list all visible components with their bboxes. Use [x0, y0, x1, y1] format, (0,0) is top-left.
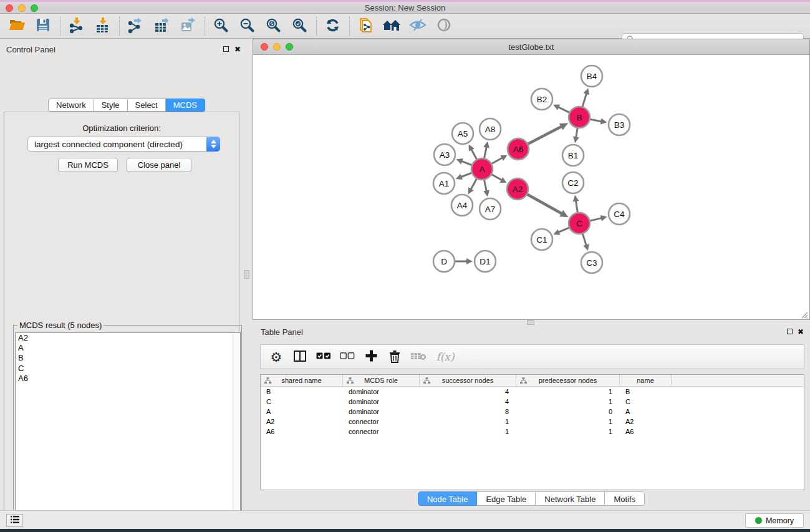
deselect-all-button[interactable]	[339, 349, 355, 365]
mcds-result-group: MCDS result (5 nodes) A2ABCA6	[13, 325, 242, 532]
edge-A6-B[interactable]	[527, 127, 561, 145]
vertical-splitter-handle[interactable]	[244, 270, 249, 279]
create-column-button[interactable]	[363, 349, 379, 365]
column-header-name[interactable]: name	[620, 375, 672, 386]
resize-corner-icon[interactable]	[801, 311, 808, 318]
table-row[interactable]: A2connector11A2	[261, 417, 804, 427]
close-table-panel-icon[interactable]: ✖	[798, 327, 804, 336]
export-image-button[interactable]	[177, 16, 198, 37]
cell-shared_name: A6	[261, 427, 343, 437]
eye-slash-icon	[409, 17, 427, 34]
memory-status-icon	[755, 517, 762, 524]
node-label-A4: A4	[457, 201, 468, 210]
edge-C-C1[interactable]	[559, 227, 571, 232]
tab-node-table[interactable]: Node Table	[418, 491, 478, 506]
memory-button[interactable]: Memory	[745, 513, 804, 528]
edge-A-A4[interactable]	[471, 178, 477, 190]
optimization-criterion-select[interactable]: largest connected component (directed)	[27, 137, 220, 152]
home-button[interactable]	[381, 16, 402, 37]
tab-network[interactable]: Network	[48, 99, 94, 112]
delete-table-button[interactable]	[410, 349, 427, 365]
edge-A-A8[interactable]	[484, 147, 486, 159]
zoom-in-button[interactable]	[210, 16, 231, 37]
float-table-panel-icon[interactable]	[787, 329, 793, 334]
table-row[interactable]: Cdominator41C	[261, 397, 804, 407]
edge-A-A6[interactable]	[491, 158, 503, 164]
arrowhead-icon	[600, 118, 607, 125]
import-network-button[interactable]	[65, 16, 87, 37]
arrowhead-icon	[573, 195, 579, 202]
mcds-result-list[interactable]: A2ABCA6	[15, 332, 241, 532]
tab-edge-table[interactable]: Edge Table	[477, 491, 536, 506]
delete-column-button[interactable]	[387, 349, 403, 365]
result-list-scrollbar[interactable]	[233, 334, 239, 532]
result-item[interactable]: B	[16, 353, 240, 363]
tab-motifs[interactable]: Motifs	[605, 491, 645, 506]
node-label-B1: B1	[568, 151, 579, 160]
result-item[interactable]: C	[16, 364, 240, 374]
column-header-successor-nodes[interactable]: successor nodes	[420, 375, 516, 386]
edge-C-C4[interactable]	[589, 218, 602, 221]
column-header-MCDS-role[interactable]: MCDS role	[343, 375, 420, 386]
tab-mcds[interactable]: MCDS	[166, 99, 205, 112]
edge-B-B2[interactable]	[558, 107, 570, 113]
close-panel-icon[interactable]: ✖	[234, 45, 241, 54]
export-network-button[interactable]	[125, 16, 146, 37]
arrowhead-icon	[600, 215, 607, 221]
edge-B-B1[interactable]	[576, 127, 578, 138]
refresh-button[interactable]	[322, 16, 343, 37]
column-browser-button[interactable]	[292, 349, 308, 365]
edge-C-C2[interactable]	[576, 201, 577, 214]
cell-mcds_role: connector	[343, 417, 420, 427]
table-row[interactable]: Bdominator41B	[261, 387, 804, 397]
edge-A2-C[interactable]	[526, 194, 562, 214]
close-panel-button[interactable]: Close panel	[127, 158, 191, 172]
node-label-A1: A1	[439, 179, 450, 188]
tab-select[interactable]: Select	[128, 99, 166, 112]
column-header-shared-name[interactable]: shared name	[261, 375, 343, 386]
cell-shared_name: C	[261, 397, 343, 407]
result-item[interactable]: A2	[16, 333, 240, 343]
tab-network-table[interactable]: Network Table	[536, 491, 605, 506]
node-label-A6: A6	[513, 145, 524, 154]
cell-shared_name: B	[261, 387, 343, 397]
edge-B-B3[interactable]	[589, 119, 602, 122]
edge-C-C3[interactable]	[582, 233, 586, 245]
import-table-button[interactable]	[92, 16, 113, 37]
table-row[interactable]: Adominator80A	[261, 407, 804, 417]
edge-B-B4[interactable]	[582, 94, 587, 108]
zoom-selected-button[interactable]	[289, 16, 310, 37]
result-item[interactable]: A	[16, 343, 240, 353]
task-history-button[interactable]	[6, 514, 23, 527]
toggle-visibility-button[interactable]	[407, 16, 428, 37]
edge-A-A5[interactable]	[471, 149, 478, 160]
save-session-button[interactable]	[32, 16, 54, 37]
column-header-predecessor-nodes[interactable]: predecessor nodes	[516, 375, 620, 386]
table-settings-button[interactable]: ⚙	[268, 349, 284, 365]
node-table[interactable]: shared nameMCDS rolesuccessor nodesprede…	[260, 374, 804, 490]
float-panel-icon[interactable]	[223, 46, 229, 52]
node-label-A2: A2	[513, 185, 523, 194]
export-network-icon	[127, 17, 143, 35]
eye-button[interactable]	[433, 16, 455, 37]
result-item[interactable]: A6	[16, 374, 240, 384]
zoom-fit-button[interactable]	[263, 16, 284, 37]
clone-network-button[interactable]	[355, 16, 376, 37]
edge-A-A3[interactable]	[461, 161, 473, 165]
function-builder-button[interactable]: f(x)	[434, 349, 456, 365]
tab-style[interactable]: Style	[94, 99, 128, 112]
table-panel-title: Table Panel	[261, 327, 303, 337]
network-view-window: testGlobe.txt B4B2BB3A8A5A6A3B1AC2A1A2A4…	[253, 39, 810, 320]
export-table-button[interactable]	[151, 16, 172, 37]
network-canvas[interactable]: B4B2BB3A8A5A6A3B1AC2A1A2A4A7C4CC1DD1C3	[254, 56, 808, 318]
zoom-out-button[interactable]	[236, 16, 258, 37]
application-window: Session: New Session Control Panel ✖ Net…	[0, 0, 810, 532]
open-session-button[interactable]	[6, 16, 27, 37]
edge-A-A1[interactable]	[461, 173, 473, 177]
select-all-button[interactable]	[316, 349, 332, 365]
node-label-D: D	[441, 257, 447, 266]
table-row[interactable]: A6connector11A6	[261, 427, 804, 437]
edge-A-A2[interactable]	[491, 174, 502, 180]
edge-A-A7[interactable]	[484, 179, 486, 191]
run-mcds-button[interactable]: Run MCDS	[58, 158, 118, 172]
